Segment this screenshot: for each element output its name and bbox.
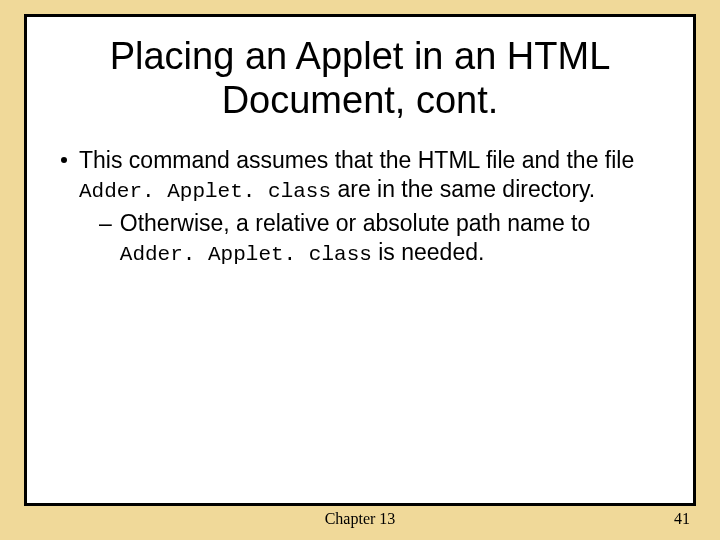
body-text-block: This command assumes that the HTML file … xyxy=(55,146,665,268)
dash-icon: – xyxy=(99,209,112,238)
sub-text-after: is needed. xyxy=(372,239,485,265)
sub-bullet-item: – Otherwise, a relative or absolute path… xyxy=(99,209,665,268)
slide-title: Placing an Applet in an HTML Document, c… xyxy=(55,35,665,122)
bullet-dot-icon xyxy=(61,157,67,163)
bullet-text-before: This command assumes that the HTML file … xyxy=(79,147,634,173)
bullet-item: This command assumes that the HTML file … xyxy=(61,146,665,268)
bullet-text-after: are in the same directory. xyxy=(331,176,595,202)
sub-bullet-content: Otherwise, a relative or absolute path n… xyxy=(120,209,665,268)
footer-chapter: Chapter 13 xyxy=(0,510,720,528)
code-literal-2: Adder. Applet. class xyxy=(120,243,372,266)
footer: Chapter 13 41 xyxy=(0,510,720,532)
code-literal-1: Adder. Applet. class xyxy=(79,180,331,203)
bullet-content: This command assumes that the HTML file … xyxy=(79,146,665,268)
sub-text-before: Otherwise, a relative or absolute path n… xyxy=(120,210,590,236)
slide-content-box: Placing an Applet in an HTML Document, c… xyxy=(24,14,696,506)
footer-page-number: 41 xyxy=(674,510,690,528)
